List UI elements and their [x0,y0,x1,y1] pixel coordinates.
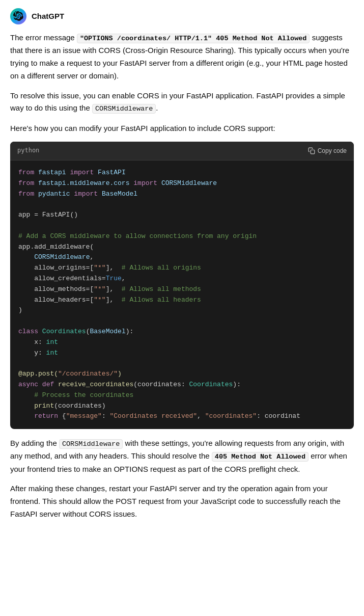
para1-inline-code: "OPTIONS /coordinates/ HTTP/1.1" 405 Met… [77,34,310,43]
copy-icon [308,147,315,154]
para1-text-before: The error message [10,33,77,42]
para4-inline-code-1: CORSMiddleware [59,439,123,449]
code-lang-label: python [17,146,39,156]
para2-inline-code: CORSMiddleware [92,104,156,114]
paragraph-2: To resolve this issue, you can enable CO… [10,90,354,115]
svg-rect-0 [311,150,315,154]
code-block-header: python Copy code [10,142,354,160]
chatgpt-avatar [10,8,26,24]
paragraph-5: After making these changes, restart your… [10,483,354,520]
copy-code-button[interactable]: Copy code [308,147,347,154]
paragraph-1: The error message "OPTIONS /coordinates/… [10,32,354,83]
code-block-body[interactable]: from fastapi import FastAPI from fastapi… [10,160,354,429]
paragraph-4: By adding the CORSMiddleware with these … [10,437,354,475]
brand-name: ChatGPT [32,10,64,22]
message-header: ChatGPT [10,8,354,24]
para2-text-before: To resolve this issue, you can enable CO… [10,91,345,113]
message-body: The error message "OPTIONS /coordinates/… [10,32,354,521]
para2-text-after: . [156,103,158,112]
copy-label: Copy code [318,147,347,154]
code-block-wrapper: python Copy code from fastapi import Fas… [10,142,354,429]
chat-container: ChatGPT The error message "OPTIONS /coor… [0,0,364,536]
para4-text-before: By adding the [10,439,59,447]
para4-inline-code-2: 405 Method Not Allowed [212,452,309,462]
paragraph-3: Here's how you can modify your FastAPI a… [10,122,354,135]
